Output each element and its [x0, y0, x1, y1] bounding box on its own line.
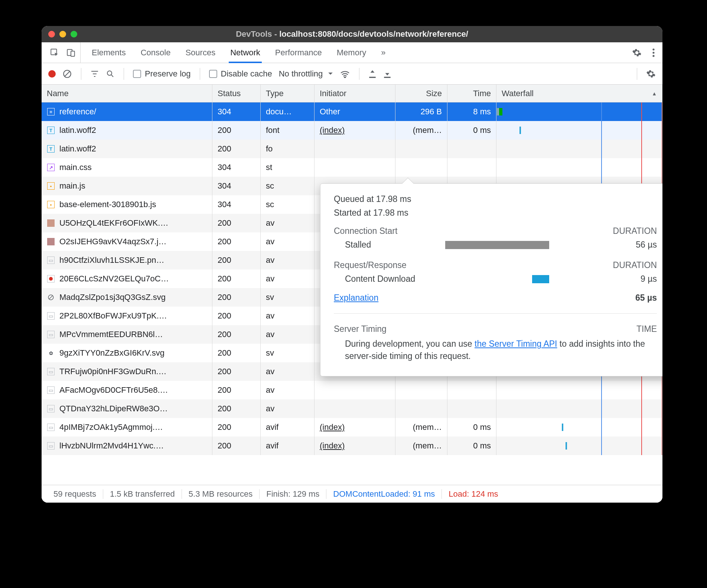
col-status[interactable]: Status	[212, 85, 261, 102]
status-load: Load: 124 ms	[442, 489, 505, 499]
request-row[interactable]: ▭4pIMBj7zOAk1y5Agmmoj.…200avif(index)(me…	[42, 418, 662, 437]
request-type: av	[261, 325, 315, 344]
col-initiator[interactable]: Initiator	[315, 85, 395, 102]
request-row[interactable]: Tlatin.woff2200fo	[42, 140, 662, 158]
filter-icon[interactable]	[90, 69, 99, 78]
tab-elements[interactable]: Elements	[92, 42, 126, 63]
tab-sources[interactable]: Sources	[185, 42, 215, 63]
request-row[interactable]: ▭QTDnaY32hLDipeRW8e3O…200av	[42, 399, 662, 418]
request-type: av	[261, 270, 315, 288]
request-initiator[interactable]: (index)	[315, 418, 395, 437]
request-status: 304	[212, 177, 261, 195]
window-zoom-button[interactable]	[71, 31, 77, 37]
request-name: O2sIJEHG9avKV4aqzSx7.j…	[59, 237, 167, 246]
request-initiator	[315, 399, 395, 418]
request-status: 200	[212, 418, 261, 437]
server-timing-text: During development, you can use the Serv…	[334, 338, 657, 363]
status-resources: 5.3 MB resources	[182, 489, 260, 499]
col-time[interactable]: Time	[447, 85, 496, 102]
tab-console[interactable]: Console	[141, 42, 171, 63]
col-waterfall[interactable]: Waterfall▲	[496, 85, 662, 102]
throttling-dropdown[interactable]: No throttling	[279, 69, 333, 79]
col-type[interactable]: Type	[261, 85, 315, 102]
clear-log-icon[interactable]	[62, 69, 72, 79]
server-timing-api-link[interactable]: the Server Timing API	[475, 339, 557, 349]
time-header: TIME	[636, 324, 657, 334]
inspect-element-icon[interactable]	[50, 48, 59, 58]
request-row[interactable]: Tlatin.woff2200font(index)(mem…0 ms	[42, 121, 662, 140]
request-response-header: Request/Response	[334, 260, 407, 270]
network-settings-icon[interactable]	[646, 69, 656, 79]
import-har-icon[interactable]	[368, 69, 377, 78]
started-text: Started at 17.98 ms	[334, 208, 657, 218]
window-minimize-button[interactable]	[59, 31, 66, 37]
request-status: 304	[212, 102, 261, 121]
window-titlebar: DevTools - localhost:8080/docs/devtools/…	[42, 26, 662, 42]
request-row[interactable]: ▭lHvzbNUlrm2Mvd4H1Ywc.…200avif(index)(me…	[42, 437, 662, 455]
content-download-bar	[532, 275, 549, 283]
tabs-overflow-icon[interactable]: »	[381, 42, 385, 63]
window-close-button[interactable]	[48, 31, 55, 37]
search-icon[interactable]	[106, 69, 115, 78]
request-name: AFacMOgv6D0CFTr6U5e8.…	[59, 385, 168, 395]
file-type-icon: ▭	[47, 405, 55, 413]
request-size	[395, 381, 447, 399]
settings-gear-icon[interactable]	[632, 48, 642, 58]
record-button[interactable]	[48, 70, 56, 78]
request-name: latin.woff2	[59, 125, 96, 135]
request-row[interactable]: ▭AFacMOgv6D0CFTr6U5e8.…200av	[42, 381, 662, 399]
request-status: 304	[212, 195, 261, 214]
request-time	[447, 381, 496, 399]
request-size	[395, 399, 447, 418]
window-title: DevTools - localhost:8080/docs/devtools/…	[42, 29, 662, 39]
export-har-icon[interactable]	[383, 69, 391, 78]
request-initiator: Other	[315, 102, 395, 121]
col-name[interactable]: Name	[42, 85, 212, 102]
svg-rect-2	[71, 51, 75, 56]
more-menu-icon[interactable]	[652, 48, 655, 58]
request-status: 200	[212, 344, 261, 362]
request-row[interactable]: ↗main.css304st	[42, 158, 662, 177]
request-row[interactable]: ≡reference/304docu…Other296 B8 ms	[42, 102, 662, 121]
sort-asc-icon: ▲	[652, 91, 657, 97]
request-waterfall	[496, 102, 662, 121]
request-size	[395, 158, 447, 177]
total-value: 65 µs	[623, 293, 657, 303]
request-status: 200	[212, 232, 261, 251]
request-name: main.js	[59, 181, 85, 191]
request-type: av	[261, 381, 315, 399]
request-name: U5OHzQL4tEKFr6OFIxWK.…	[59, 218, 168, 228]
status-requests: 59 requests	[47, 489, 103, 499]
col-size[interactable]: Size	[395, 85, 447, 102]
request-type: avif	[261, 437, 315, 455]
devtools-tabs: ElementsConsoleSourcesNetworkPerformance…	[42, 42, 662, 63]
stalled-value: 56 µs	[623, 240, 657, 250]
disable-cache-checkbox[interactable]: Disable cache	[209, 69, 272, 79]
request-time: 8 ms	[447, 102, 496, 121]
request-type: av	[261, 307, 315, 325]
preserve-log-checkbox[interactable]: Preserve log	[133, 69, 191, 79]
request-name: h90CtfziXluvh1LSSKJE.pn…	[59, 255, 164, 265]
tab-network[interactable]: Network	[230, 42, 260, 63]
request-size: 296 B	[395, 102, 447, 121]
device-toggle-icon[interactable]	[66, 48, 76, 58]
request-initiator[interactable]: (index)	[315, 437, 395, 455]
request-time: 0 ms	[447, 418, 496, 437]
tab-memory[interactable]: Memory	[337, 42, 366, 63]
request-size: (mem…	[395, 418, 447, 437]
file-type-icon: T	[47, 126, 55, 134]
request-time: 0 ms	[447, 437, 496, 455]
request-waterfall	[496, 437, 662, 455]
tab-performance[interactable]: Performance	[275, 42, 322, 63]
queued-text: Queued at 17.98 ms	[334, 194, 657, 204]
request-time	[447, 140, 496, 158]
network-conditions-icon[interactable]	[340, 70, 350, 78]
request-initiator[interactable]: (index)	[315, 121, 395, 140]
request-name: 20E6CLcSzNV2GELQu7oC…	[59, 274, 169, 284]
svg-point-4	[652, 52, 654, 53]
explanation-link[interactable]: Explanation	[334, 293, 378, 303]
request-name: MPcVmmemtEEDURBN6l…	[59, 330, 163, 339]
request-type: sv	[261, 288, 315, 307]
file-type-icon: ≡	[47, 108, 55, 116]
content-download-value: 9 µs	[623, 274, 657, 284]
